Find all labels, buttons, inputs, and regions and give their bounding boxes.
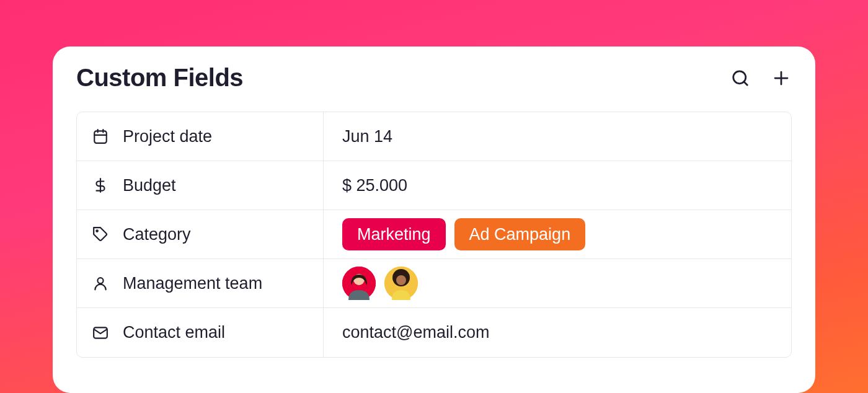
fields-table: Project date Jun 14 Budget $ 25.000 — [76, 112, 792, 358]
custom-fields-panel: Custom Fields — [53, 46, 815, 393]
field-row-project-date[interactable]: Project date Jun 14 — [77, 112, 791, 161]
field-row-management-team[interactable]: Management team — [77, 259, 791, 308]
mail-icon — [92, 324, 109, 342]
field-label: Project date — [123, 127, 212, 146]
svg-line-1 — [744, 81, 747, 84]
add-button[interactable] — [771, 68, 792, 89]
avatar-group — [342, 267, 418, 300]
field-label: Management team — [123, 274, 262, 293]
field-label: Budget — [123, 176, 176, 195]
field-value-cell[interactable] — [324, 259, 791, 307]
panel-header: Custom Fields — [76, 64, 792, 92]
field-value: $ 25.000 — [342, 176, 407, 195]
field-row-budget[interactable]: Budget $ 25.000 — [77, 161, 791, 210]
field-label-cell: Budget — [77, 161, 324, 210]
field-label-cell: Category — [77, 210, 324, 258]
calendar-icon — [92, 128, 109, 145]
svg-point-15 — [396, 275, 406, 285]
field-label-cell: Contact email — [77, 308, 324, 357]
category-tag-marketing[interactable]: Marketing — [342, 218, 446, 250]
svg-point-10 — [97, 278, 103, 283]
field-value-cell[interactable]: contact@email.com — [324, 308, 791, 357]
svg-rect-4 — [94, 131, 107, 143]
avatar[interactable] — [384, 267, 418, 300]
field-label-cell: Management team — [77, 259, 324, 307]
field-value-cell[interactable]: $ 25.000 — [324, 161, 791, 210]
field-row-contact-email[interactable]: Contact email contact@email.com — [77, 308, 791, 357]
header-actions — [730, 68, 792, 89]
plus-icon — [772, 69, 790, 87]
search-button[interactable] — [730, 68, 751, 89]
category-tag-ad-campaign[interactable]: Ad Campaign — [454, 218, 586, 250]
field-row-category[interactable]: Category Marketing Ad Campaign — [77, 210, 791, 259]
panel-title: Custom Fields — [76, 64, 243, 92]
tag-icon — [92, 226, 109, 243]
field-label: Contact email — [123, 323, 225, 342]
field-label-cell: Project date — [77, 112, 324, 161]
dollar-icon — [92, 177, 109, 194]
svg-point-9 — [96, 230, 98, 232]
avatar[interactable] — [342, 267, 376, 300]
field-label: Category — [123, 225, 191, 244]
field-value-cell[interactable]: Marketing Ad Campaign — [324, 210, 791, 258]
search-icon — [731, 69, 750, 87]
field-value: contact@email.com — [342, 323, 490, 342]
field-value-cell[interactable]: Jun 14 — [324, 112, 791, 161]
person-icon — [92, 275, 109, 292]
field-value: Jun 14 — [342, 127, 392, 146]
